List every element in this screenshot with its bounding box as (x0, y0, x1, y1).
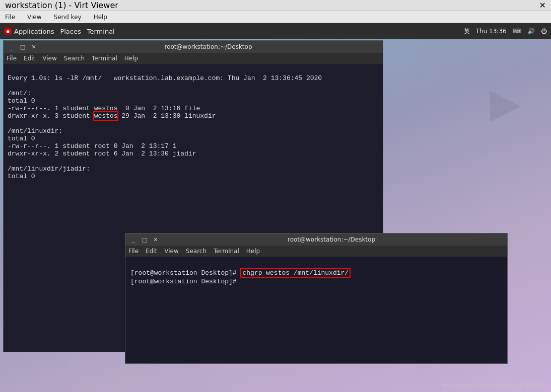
term1-menu-search[interactable]: Search (64, 55, 85, 62)
term1-line7 (8, 120, 12, 127)
app-title-bar: workstation (1) - Virt Viewer ✕ (0, 0, 551, 11)
background-decoration: ▶ (490, 80, 521, 126)
term2-body: [root@workstation Desktop]# chgrp westos… (125, 257, 507, 363)
volume-icon: 🔊 (527, 28, 535, 35)
westos-highlight: westos (94, 112, 118, 120)
term2-menu-bar: File Edit View Search Terminal Help (125, 246, 507, 257)
term2-close-button[interactable]: ✕ (152, 237, 160, 243)
term1-line1: Every 1.0s: ls -lR /mnt/ workstation.lab… (8, 74, 322, 82)
term1-menu-view[interactable]: View (42, 55, 56, 62)
term2-menu-search[interactable]: Search (186, 248, 206, 255)
term1-menu-edit[interactable]: Edit (24, 55, 35, 62)
term2-title-bar: _ □ ✕ root@workstation:~/Desktop (125, 233, 507, 246)
taskbar-left: ● Applications Places Terminal (4, 27, 115, 35)
term1-line12 (8, 158, 12, 165)
redhat-logo-icon: ● (4, 27, 12, 35)
power-icon[interactable]: ⏻ (541, 28, 547, 35)
term2-menu-view[interactable]: View (164, 248, 178, 255)
keyboard-icon: ⌨ (513, 28, 521, 35)
menu-sendkey[interactable]: Send key (52, 13, 84, 22)
places-label[interactable]: Places (60, 28, 81, 35)
terminal-window-2: _ □ ✕ root@workstation:~/Desktop File Ed… (125, 233, 508, 364)
term1-title: root@workstation:~/Desktop (38, 43, 379, 50)
term1-line5: -rw-r--r--. 1 student westos 0 Jan 2 13:… (8, 105, 200, 112)
term1-line8: /mnt/linuxdir: (8, 127, 62, 135)
term1-minimize-button[interactable]: _ (8, 44, 16, 50)
term1-maximize-button[interactable]: □ (19, 44, 27, 50)
term1-window-buttons: _ □ ✕ (8, 44, 38, 50)
app-menu-bar: File View Send key Help (0, 11, 551, 23)
term2-minimize-button[interactable]: _ (129, 237, 137, 243)
menu-view[interactable]: View (25, 13, 43, 22)
term2-menu-help[interactable]: Help (246, 248, 260, 255)
term1-menu-bar: File Edit View Search Terminal Help (4, 53, 383, 64)
applications-label: Applications (14, 28, 54, 35)
term1-line14: total 0 (8, 173, 35, 180)
term1-menu-file[interactable]: File (7, 55, 17, 62)
term1-line4: total 0 (8, 97, 35, 105)
taskbar: ● Applications Places Terminal 英 Thu 13:… (0, 23, 551, 39)
title-bar-title: workstation (1) - Virt Viewer (5, 1, 118, 10)
term1-title-bar: _ □ ✕ root@workstation:~/Desktop (4, 41, 383, 53)
title-bar-close[interactable]: ✕ (539, 1, 546, 10)
term2-window-buttons: _ □ ✕ (129, 237, 160, 243)
term2-maximize-button[interactable]: □ (141, 237, 149, 243)
term2-line1: [root@workstation Desktop]# chgrp westos… (130, 269, 351, 277)
term1-line9: total 0 (8, 135, 35, 142)
term2-menu-file[interactable]: File (128, 248, 139, 255)
term1-close-button[interactable]: ✕ (30, 44, 38, 50)
applications-menu[interactable]: ● Applications (4, 27, 54, 35)
language-indicator: 英 (464, 27, 470, 36)
term1-line10: -rw-r--r--. 1 student root 0 Jan 2 13:17… (8, 142, 176, 150)
term1-line2 (8, 82, 12, 90)
term2-menu-terminal[interactable]: Terminal (214, 248, 239, 255)
term1-line13: /mnt/linuxdir/jiadir: (8, 165, 90, 173)
taskbar-right: 英 Thu 13:36 ⌨ 🔊 ⏻ (464, 27, 547, 36)
term1-line3: /mnt/: (8, 90, 31, 97)
term2-menu-edit[interactable]: Edit (146, 248, 157, 255)
term1-line6: drwxr-xr-x. 3 student westos 29 Jan 2 13… (8, 112, 216, 120)
term1-menu-terminal[interactable]: Terminal (92, 55, 117, 62)
watermark: https://blog.csdn.net/baidu_40389082 (440, 382, 546, 389)
clock: Thu 13:36 (476, 28, 507, 35)
chgrp-command-highlight: chgrp westos /mnt/linuxdir/ (240, 268, 351, 278)
term2-line2: [root@workstation Desktop]# (130, 278, 240, 285)
menu-help[interactable]: Help (92, 13, 109, 22)
term1-line11: drwxr-xr-x. 2 student root 6 Jan 2 13:30… (8, 150, 196, 158)
menu-file[interactable]: File (3, 13, 17, 22)
term1-menu-help[interactable]: Help (124, 55, 138, 62)
terminal-label[interactable]: Terminal (87, 28, 115, 35)
term2-title: root@workstation:~/Desktop (160, 236, 503, 243)
desktop: ▶ _ □ ✕ root@workstation:~/Desktop File … (0, 39, 551, 392)
